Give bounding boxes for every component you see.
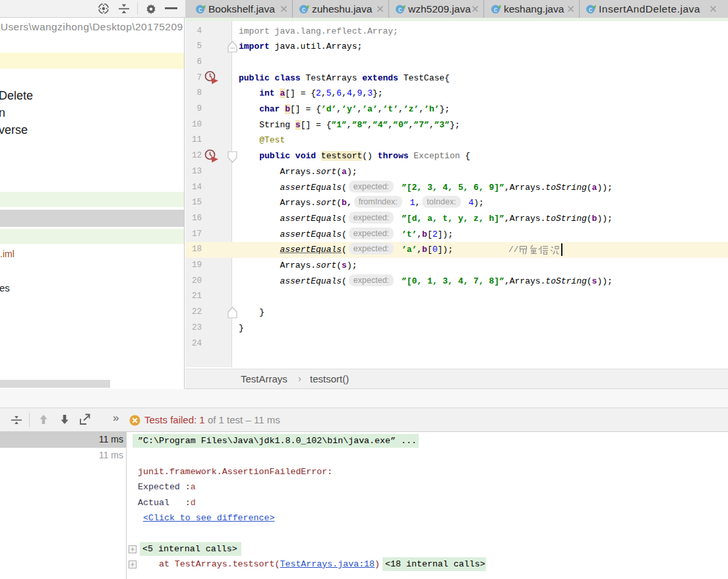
svg-text:c: c (589, 6, 592, 13)
svg-text:c: c (198, 6, 202, 13)
svg-text:c: c (494, 6, 497, 13)
svg-text:c: c (398, 6, 402, 13)
svg-text:c: c (302, 6, 305, 13)
